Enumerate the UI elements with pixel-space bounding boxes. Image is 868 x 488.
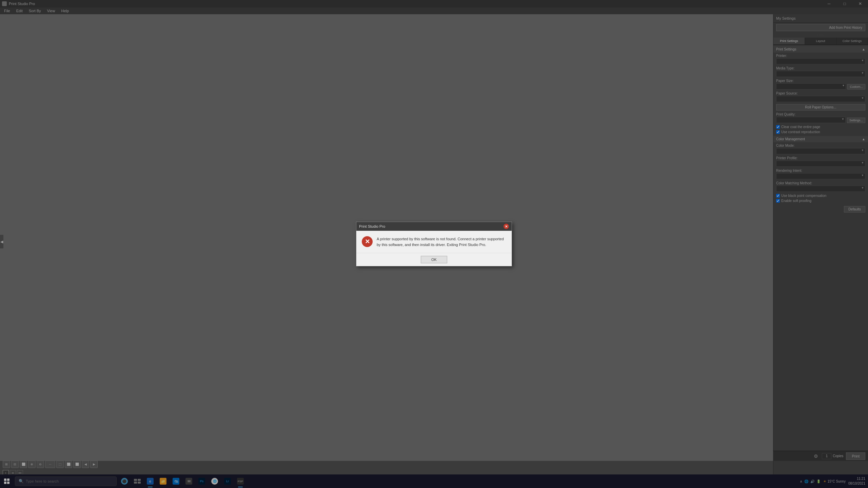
dialog-ok-button[interactable]: OK (421, 256, 447, 263)
dialog-error-icon: ✕ (362, 236, 373, 247)
dialog-message: A printer supported by this software is … (377, 236, 506, 247)
dialog-titlebar: Print Studio Pro ✕ (356, 222, 512, 231)
error-dialog: Print Studio Pro ✕ ✕ A printer supported… (356, 222, 512, 266)
dialog-close-button[interactable]: ✕ (504, 224, 509, 229)
dialog-footer: OK (356, 253, 512, 266)
dialog-body: ✕ A printer supported by this software i… (356, 231, 512, 253)
dialog-title: Print Studio Pro (359, 224, 385, 228)
dialog-overlay: Print Studio Pro ✕ ✕ A printer supported… (0, 0, 868, 488)
